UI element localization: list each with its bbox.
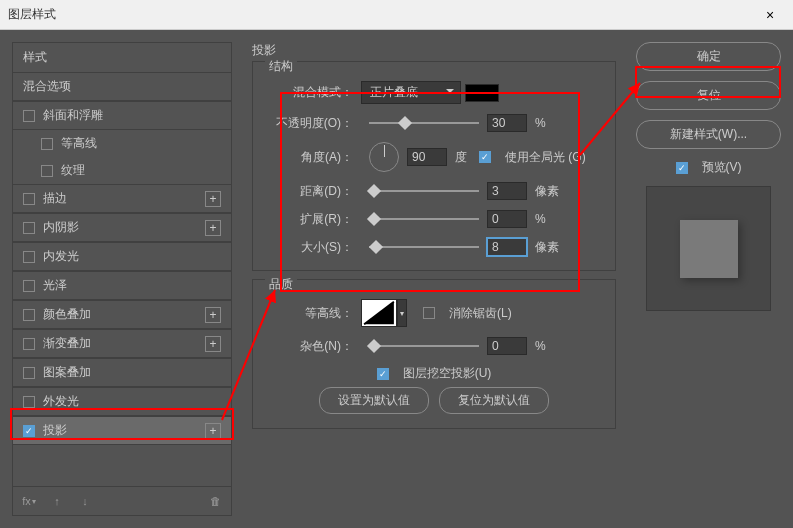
contour-label: 等高线： <box>265 305 353 322</box>
style-item-color-overlay[interactable]: 颜色叠加+ <box>13 300 231 329</box>
style-item-drop-shadow[interactable]: 投影+ <box>13 416 231 445</box>
fx-menu-button[interactable]: fx▾ <box>17 491 41 511</box>
close-icon[interactable]: × <box>755 7 785 23</box>
global-light-label: 使用全局光 (G) <box>505 149 586 166</box>
style-item-inner-shadow[interactable]: 内阴影+ <box>13 213 231 242</box>
style-item-blending[interactable]: 混合选项 <box>13 72 231 101</box>
checkbox-icon[interactable] <box>23 309 35 321</box>
style-item-bevel[interactable]: 斜面和浮雕 <box>13 101 231 130</box>
noise-unit: % <box>535 339 546 353</box>
style-item-texture[interactable]: 纹理 <box>13 157 231 184</box>
style-item-stroke[interactable]: 描边+ <box>13 184 231 213</box>
structure-legend: 结构 <box>265 58 297 75</box>
distance-unit: 像素 <box>535 183 559 200</box>
styles-panel: 样式 混合选项 斜面和浮雕 等高线 纹理 描边+ 内阴影+ 内发光 光泽 颜色叠… <box>12 42 232 516</box>
checkbox-icon[interactable] <box>23 425 35 437</box>
style-item-contour[interactable]: 等高线 <box>13 130 231 157</box>
preview-box <box>646 186 771 311</box>
structure-fieldset: 结构 混合模式： 正片叠底 不透明度(O)： % 角度(A)： 度 <box>252 61 616 271</box>
checkbox-icon[interactable] <box>41 165 53 177</box>
set-default-button[interactable]: 设置为默认值 <box>319 387 429 414</box>
checkbox-icon[interactable] <box>23 280 35 292</box>
spread-unit: % <box>535 212 546 226</box>
action-panel: 确定 复位 新建样式(W)... 预览(V) <box>636 42 781 516</box>
distance-label: 距离(D)： <box>265 183 353 200</box>
style-item-satin[interactable]: 光泽 <box>13 271 231 300</box>
size-slider[interactable] <box>369 246 479 248</box>
section-title: 投影 <box>252 42 616 59</box>
blend-mode-label: 混合模式： <box>265 84 353 101</box>
blend-mode-dropdown[interactable]: 正片叠底 <box>361 81 461 104</box>
ok-button[interactable]: 确定 <box>636 42 781 71</box>
opacity-input[interactable] <box>487 114 527 132</box>
knockout-label: 图层挖空投影(U) <box>403 365 492 382</box>
checkbox-icon[interactable] <box>23 367 35 379</box>
settings-panel: 投影 结构 混合模式： 正片叠底 不透明度(O)： % 角度(A)： <box>244 42 624 516</box>
preview-label: 预览(V) <box>702 159 742 176</box>
global-light-checkbox[interactable] <box>479 151 491 163</box>
styles-list: 混合选项 斜面和浮雕 等高线 纹理 描边+ 内阴影+ 内发光 光泽 颜色叠加+ … <box>13 72 231 486</box>
new-style-button[interactable]: 新建样式(W)... <box>636 120 781 149</box>
antialias-checkbox[interactable] <box>423 307 435 319</box>
reset-button[interactable]: 复位 <box>636 81 781 110</box>
style-item-inner-glow[interactable]: 内发光 <box>13 242 231 271</box>
plus-icon[interactable]: + <box>205 307 221 323</box>
spread-label: 扩展(R)： <box>265 211 353 228</box>
checkbox-icon[interactable] <box>23 110 35 122</box>
reset-default-button[interactable]: 复位为默认值 <box>439 387 549 414</box>
distance-input[interactable] <box>487 182 527 200</box>
quality-fieldset: 品质 等高线： ▾ 消除锯齿(L) 杂色(N)： % 图层挖空投影(U) <box>252 279 616 429</box>
noise-slider[interactable] <box>369 345 479 347</box>
plus-icon[interactable]: + <box>205 220 221 236</box>
opacity-label: 不透明度(O)： <box>265 115 353 132</box>
contour-picker[interactable] <box>361 299 397 327</box>
opacity-unit: % <box>535 116 546 130</box>
size-unit: 像素 <box>535 239 559 256</box>
checkbox-icon[interactable] <box>23 222 35 234</box>
checkbox-icon[interactable] <box>23 396 35 408</box>
spread-slider[interactable] <box>369 218 479 220</box>
style-item-gradient-overlay[interactable]: 渐变叠加+ <box>13 329 231 358</box>
knockout-checkbox[interactable] <box>377 368 389 380</box>
opacity-slider[interactable] <box>369 122 479 124</box>
noise-label: 杂色(N)： <box>265 338 353 355</box>
trash-icon[interactable]: 🗑 <box>203 491 227 511</box>
distance-slider[interactable] <box>369 190 479 192</box>
styles-header: 样式 <box>13 43 231 72</box>
quality-legend: 品质 <box>265 276 297 293</box>
preview-toggle[interactable]: 预览(V) <box>636 159 781 176</box>
arrow-up-icon[interactable]: ↑ <box>45 491 69 511</box>
size-label: 大小(S)： <box>265 239 353 256</box>
style-item-outer-glow[interactable]: 外发光 <box>13 387 231 416</box>
titlebar: 图层样式 × <box>0 0 793 30</box>
noise-input[interactable] <box>487 337 527 355</box>
antialias-label: 消除锯齿(L) <box>449 305 512 322</box>
angle-input[interactable] <box>407 148 447 166</box>
checkbox-icon[interactable] <box>23 338 35 350</box>
preview-swatch <box>680 220 738 278</box>
dialog-title: 图层样式 <box>8 6 755 23</box>
arrow-down-icon[interactable]: ↓ <box>73 491 97 511</box>
size-input[interactable] <box>487 238 527 256</box>
angle-dial[interactable] <box>369 142 399 172</box>
color-swatch[interactable] <box>465 84 499 102</box>
checkbox-icon[interactable] <box>23 251 35 263</box>
styles-footer: fx▾ ↑ ↓ 🗑 <box>13 486 231 515</box>
checkbox-icon[interactable] <box>23 193 35 205</box>
plus-icon[interactable]: + <box>205 191 221 207</box>
plus-icon[interactable]: + <box>205 423 221 439</box>
preview-checkbox[interactable] <box>676 162 688 174</box>
spread-input[interactable] <box>487 210 527 228</box>
chevron-down-icon[interactable]: ▾ <box>397 299 407 327</box>
dialog-body: 样式 混合选项 斜面和浮雕 等高线 纹理 描边+ 内阴影+ 内发光 光泽 颜色叠… <box>0 30 793 528</box>
checkbox-icon[interactable] <box>41 138 53 150</box>
angle-label: 角度(A)： <box>265 149 353 166</box>
plus-icon[interactable]: + <box>205 336 221 352</box>
style-item-pattern-overlay[interactable]: 图案叠加 <box>13 358 231 387</box>
angle-unit: 度 <box>455 149 467 166</box>
